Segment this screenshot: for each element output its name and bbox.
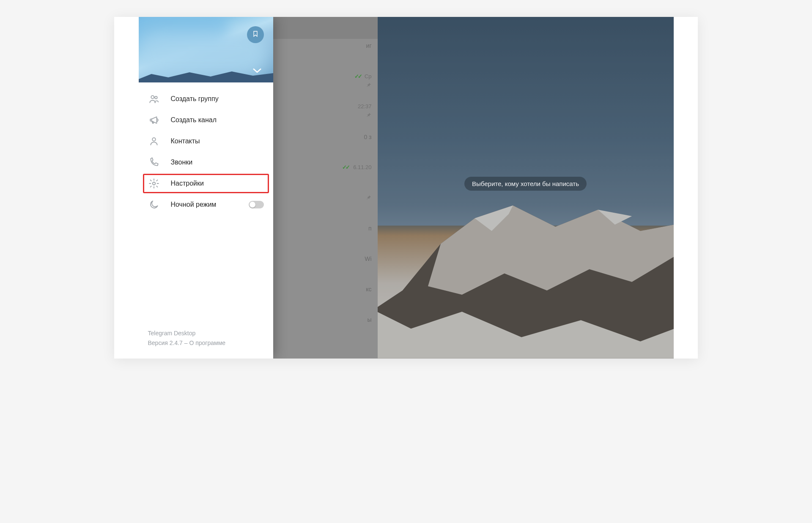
menu-item-new-channel[interactable]: Создать канал	[139, 110, 273, 131]
drawer-menu: Создать группу Создать канал Контакты	[139, 82, 273, 215]
screenshot-frame: иг ✓✓ Ср 22:37	[114, 17, 698, 359]
menu-item-settings[interactable]: Настройки	[139, 173, 273, 194]
menu-label: Настройки	[171, 180, 264, 187]
read-ticks-icon: ✓✓	[354, 73, 361, 79]
app-window: иг ✓✓ Ср 22:37	[139, 17, 674, 359]
chat-time: 22:37	[358, 103, 372, 110]
megaphone-icon	[148, 114, 160, 126]
menu-item-contacts[interactable]: Контакты	[139, 131, 273, 152]
svg-point-8	[152, 138, 156, 141]
pin-icon	[366, 194, 372, 202]
svg-point-7	[155, 96, 157, 99]
pin-icon	[366, 82, 372, 89]
chat-time: Ср	[365, 73, 372, 79]
night-mode-toggle[interactable]	[249, 201, 264, 208]
phone-icon	[148, 156, 160, 168]
separator: –	[183, 340, 189, 346]
svg-point-9	[152, 182, 155, 185]
empty-chat-placeholder: Выберите, кому хотели бы написать	[464, 177, 587, 191]
bookmark-icon	[252, 30, 259, 40]
menu-label: Создать канал	[171, 116, 264, 124]
saved-messages-button[interactable]	[247, 26, 264, 43]
group-icon	[148, 93, 160, 105]
chat-time: 6.11.20	[353, 164, 371, 170]
main-menu-drawer: Создать группу Создать канал Контакты	[139, 17, 273, 359]
chat-empty-area: Выберите, кому хотели бы написать	[378, 17, 674, 359]
version-prefix: Версия	[148, 340, 170, 346]
menu-item-new-group[interactable]: Создать группу	[139, 88, 273, 110]
menu-label: Ночной режим	[171, 201, 238, 208]
drawer-header	[139, 17, 273, 82]
menu-item-night-mode[interactable]: Ночной режим	[139, 194, 273, 215]
chevron-down-icon	[252, 68, 262, 75]
app-name-label: Telegram Desktop	[148, 329, 264, 338]
drawer-footer: Telegram Desktop Версия 2.4.7 – О програ…	[139, 329, 273, 359]
person-icon	[148, 135, 160, 147]
background-mountain	[378, 201, 674, 359]
version-number: 2.4.7	[170, 340, 183, 346]
gear-icon	[148, 178, 160, 189]
moon-icon	[148, 199, 160, 211]
menu-label: Контакты	[171, 137, 264, 145]
svg-point-6	[151, 96, 154, 99]
menu-label: Звонки	[171, 159, 264, 166]
pin-icon	[366, 112, 372, 119]
menu-label: Создать группу	[171, 95, 264, 103]
menu-item-calls[interactable]: Звонки	[139, 152, 273, 173]
accounts-expand-button[interactable]	[251, 66, 263, 77]
read-ticks-icon: ✓✓	[342, 164, 349, 170]
about-link[interactable]: О программе	[189, 340, 225, 346]
